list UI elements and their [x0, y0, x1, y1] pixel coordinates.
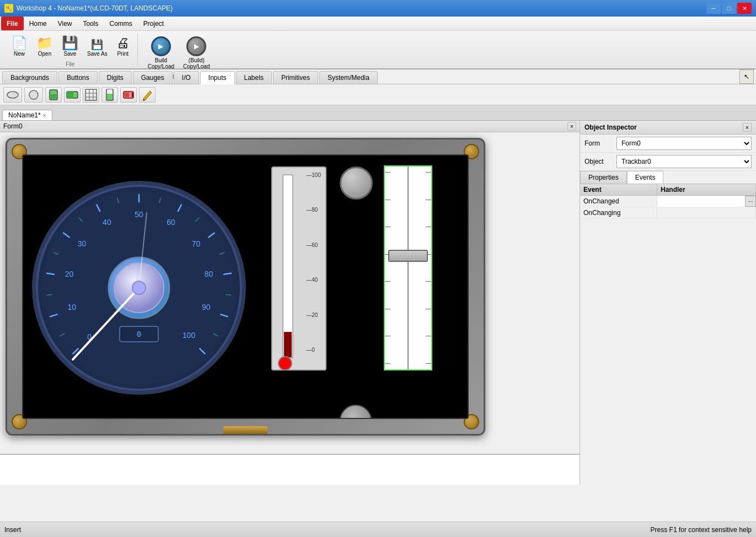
svg-point-0 [7, 92, 18, 98]
form-name: Form0 [3, 122, 23, 130]
oval-widget-btn[interactable] [3, 87, 22, 103]
hbar-widget-btn[interactable] [64, 87, 81, 103]
open-button[interactable]: 📁 Open [33, 34, 56, 59]
therm-inner: —100 —80 —60 —40 —20 —0 [272, 168, 325, 369]
object-label: Object [585, 158, 612, 165]
onchanged-event-cell: OnChanged [580, 196, 657, 207]
build-button[interactable]: ▶ Build Copy/Load [144, 34, 178, 72]
doc-tab-close-btn[interactable]: × [43, 112, 46, 119]
onchanging-handler-cell [657, 207, 756, 218]
tick-r1 [426, 172, 431, 173]
knob-bottom-visual [340, 405, 372, 419]
pen-widget-btn[interactable] [139, 87, 156, 103]
knob-top[interactable] [340, 167, 373, 200]
onchanged-handler-input[interactable] [657, 196, 745, 207]
knob-icon [122, 89, 135, 101]
object-select[interactable]: Trackbar0 [616, 155, 752, 168]
tab-backgrounds[interactable]: Backgrounds [2, 71, 57, 84]
inspector-form-row: Form Form0 [580, 135, 756, 153]
svg-text:80: 80 [205, 270, 213, 278]
trackbar-thumb[interactable] [388, 250, 428, 262]
therm-scale: —100 —80 —60 —40 —20 —0 [306, 172, 321, 353]
title-bar: 🔧 Workshop 4 - NoName1*(uLCD-70DT, LANDS… [0, 0, 756, 17]
save-as-button[interactable]: 💾 Save As [84, 37, 111, 59]
build-copy-button[interactable]: ▶ (Build) Copy/Load [180, 34, 213, 72]
tick-r7 [426, 336, 431, 336]
new-label: New [14, 51, 25, 57]
lcd-screen: 0 10 20 30 40 50 [22, 154, 469, 419]
svg-rect-13 [107, 89, 112, 94]
open-label: Open [38, 51, 51, 57]
tab-labels[interactable]: Labels [236, 71, 272, 84]
knob-top-visual [340, 167, 373, 200]
grid-icon [85, 89, 97, 101]
menu-view[interactable]: View [52, 17, 78, 30]
build-copy-circle-icon: ▶ [186, 36, 206, 56]
menu-file[interactable]: File [1, 17, 24, 30]
cursor-tool-btn[interactable]: ↖ [739, 69, 754, 84]
form-select[interactable]: Form0 [616, 137, 752, 150]
therm-tube [282, 174, 293, 358]
canvas-close-btn[interactable]: × [567, 122, 576, 131]
tab-gauges[interactable]: Gauges [133, 71, 173, 84]
inspector-tab-properties[interactable]: Properties [580, 171, 627, 184]
print-icon: 🖨 [116, 36, 130, 50]
tab-digits[interactable]: Digits [99, 71, 132, 84]
svg-text:70: 70 [192, 239, 201, 248]
speedometer-gauge[interactable]: 0 10 20 30 40 50 [29, 161, 260, 415]
knob-widget-btn[interactable] [120, 87, 137, 103]
close-button[interactable]: ✕ [737, 3, 752, 14]
onchanged-dots-btn[interactable]: ··· [745, 196, 756, 207]
save-button[interactable]: 💾 Save [58, 34, 82, 59]
trackbar-widget[interactable] [384, 165, 432, 370]
svg-text:60: 60 [167, 218, 175, 227]
circle-icon [29, 90, 39, 100]
svg-text:30: 30 [78, 239, 87, 248]
tab-primitives[interactable]: Primitives [273, 71, 318, 84]
inspector-table: Event Handler OnChanged ··· OnChanging [580, 184, 756, 485]
minimize-button[interactable]: ─ [706, 3, 721, 14]
level-vbar-icon [105, 88, 115, 101]
save-as-label: Save As [87, 51, 108, 57]
inspector-close-btn[interactable]: × [743, 123, 752, 132]
svg-text:0: 0 [137, 330, 141, 339]
tab-system-media[interactable]: System/Media [319, 71, 378, 84]
therm-20: —20 [306, 312, 321, 318]
tick-5 [385, 281, 390, 282]
build-label: Build Copy/Load [148, 57, 174, 69]
tab-inputs[interactable]: Inputs [200, 71, 235, 84]
menu-home[interactable]: Home [24, 17, 52, 30]
main-area: Form0 × [0, 121, 756, 485]
save-icon: 💾 [62, 36, 78, 50]
lvbar-widget-btn[interactable] [101, 87, 118, 103]
vbar-widget-btn[interactable] [45, 87, 62, 103]
menu-tools[interactable]: Tools [77, 17, 104, 30]
inspector-tab-events[interactable]: Events [627, 171, 664, 184]
canvas-scroll-area[interactable]: 0 10 20 30 40 50 [0, 132, 580, 454]
horizontal-bar-icon [66, 90, 78, 100]
window-title: Workshop 4 - NoName1*(uLCD-70DT, LANDSCA… [17, 4, 173, 12]
menu-comms[interactable]: Comms [104, 17, 138, 30]
print-button[interactable]: 🖨 Print [113, 34, 133, 59]
thermometer-widget[interactable]: —100 —80 —60 —40 —20 —0 [271, 167, 326, 370]
new-icon: 📄 [11, 36, 28, 50]
svg-rect-12 [107, 94, 112, 100]
new-button[interactable]: 📄 New [8, 34, 31, 59]
tick-r6 [426, 309, 431, 309]
menu-project[interactable]: Project [138, 17, 169, 30]
trackbar-right-ticks [426, 172, 431, 364]
circle-widget-btn[interactable] [24, 87, 43, 103]
svg-text:90: 90 [202, 303, 211, 312]
tab-buttons[interactable]: Buttons [58, 71, 98, 84]
doc-tab-noname1[interactable]: NoName1* × [2, 110, 52, 120]
onchanging-row: OnChanging [580, 207, 756, 219]
maximize-button[interactable]: □ [722, 3, 736, 14]
output-panel [0, 454, 580, 485]
canvas-header: Form0 × [0, 121, 580, 132]
grid-widget-btn[interactable] [83, 87, 99, 103]
status-right: Press F1 for context sensitive help [651, 526, 752, 534]
save-as-icon: 💾 [91, 40, 103, 50]
tick-3 [385, 227, 390, 227]
tab-io[interactable]: I/O [174, 71, 199, 84]
knob-bottom[interactable] [340, 405, 372, 419]
